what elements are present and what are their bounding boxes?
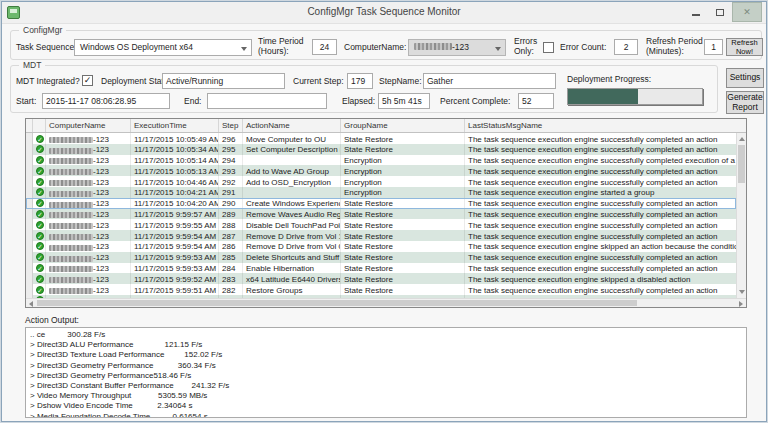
start-input[interactable]: 2015-11-17 08:06:28.95 (42, 93, 170, 109)
action-output-box[interactable]: .. ce 300.28 F/s> Direct3D ALU Performan… (25, 327, 747, 418)
table-row[interactable]: ✓-12311/17/2015 9:59:53 AM284Enable Hibe… (26, 263, 736, 274)
cell-status: ✓ (33, 165, 46, 176)
scroll-up-icon[interactable] (739, 137, 745, 141)
column-header-actionname[interactable]: ActionName (243, 119, 341, 132)
output-line: .. ce 300.28 F/s (30, 330, 742, 340)
cell-computername: -123 (46, 155, 131, 166)
table-row[interactable]: ✓-12311/17/2015 10:05:13 AM293Add to Wav… (26, 165, 736, 176)
cell-status: ✓ (33, 230, 46, 241)
minimize-button[interactable] (684, 2, 708, 22)
cell-actionname (243, 187, 341, 198)
cell-status: ✓ (33, 187, 46, 198)
refresh-now-button[interactable]: Refresh Now! (726, 38, 763, 56)
column-header-groupname[interactable]: GroupName (341, 119, 465, 132)
horizontal-scrollbar[interactable] (26, 298, 746, 307)
table-row[interactable]: ✓-12311/17/2015 10:04:46 AM292Add to OSD… (26, 176, 736, 187)
cell-executiontime: 11/17/2015 9:59:53 AM (131, 263, 219, 274)
elapsed-input[interactable]: 5h 5m 41s (378, 93, 430, 109)
cell-computername: -123 (46, 230, 131, 241)
cell-groupname: State Restore (341, 209, 465, 220)
table-row[interactable]: ✓-12311/17/2015 9:59:54 AM286Remove D Dr… (26, 241, 736, 252)
cell-groupname: State Restore (341, 252, 465, 263)
table-row[interactable]: ✓-12311/17/2015 10:04:21 AM291Encryption… (26, 187, 736, 198)
mdt-integrated-checkbox[interactable]: ✓ (82, 75, 93, 86)
table-row[interactable]: ✓-12311/17/2015 9:59:52 AM283x64 Latitud… (26, 273, 736, 284)
scroll-right-icon[interactable] (739, 301, 743, 307)
error-count-label: Error Count: (560, 42, 606, 52)
maximize-button[interactable] (708, 2, 732, 22)
row-header (26, 144, 33, 155)
cell-actionname: Remove D Drive from Vol 1 (243, 230, 341, 241)
action-output-label: Action Output: (25, 315, 79, 325)
cell-step: 288 (219, 219, 243, 230)
refresh-period-input[interactable]: 1 (704, 39, 723, 55)
settings-button[interactable]: Settings (726, 68, 764, 88)
row-header (26, 165, 33, 176)
success-check-icon: ✓ (36, 156, 44, 164)
current-step-input[interactable]: 179 (347, 73, 373, 89)
cell-step: 283 (219, 273, 243, 284)
cell-laststatusmsgname: The task sequence execution engine start… (465, 187, 736, 198)
errors-only-checkbox[interactable] (543, 42, 554, 53)
row-header (26, 273, 33, 284)
cell-actionname: Create Windows Experience Index (243, 198, 341, 209)
cell-computername: -123 (46, 165, 131, 176)
table-row[interactable]: ✓-12311/17/2015 9:59:53 AM285Delete Shor… (26, 252, 736, 263)
cell-step: 295 (219, 144, 243, 155)
scroll-left-icon[interactable] (29, 301, 33, 307)
cell-step: 294 (219, 155, 243, 166)
horizontal-scroll-thumb[interactable] (37, 300, 637, 306)
table-row[interactable]: ✓-12311/17/2015 10:04:20 AM290Create Win… (26, 198, 736, 209)
table-row[interactable]: ✓-12311/17/2015 10:05:49 AM296Move Compu… (26, 133, 736, 144)
redacted-computer-name (49, 191, 93, 197)
table-row[interactable]: ✓-12311/17/2015 10:05:34 AM295Set Comput… (26, 144, 736, 155)
task-sequence-combobox[interactable]: Windows OS Deployment x64 (74, 39, 252, 56)
success-check-icon: ✓ (36, 167, 44, 175)
vertical-scroll-thumb[interactable] (738, 145, 745, 183)
output-line: > Direct3D ALU Performance 121.15 F/s (30, 340, 742, 350)
redacted-computer-name (414, 43, 452, 50)
cell-actionname: Disable Dell TouchPad Pointing Stick (243, 219, 341, 230)
app-window: ConfigMgr Task Sequence Monitor ✕ Config… (1, 1, 767, 422)
column-header-laststatusmsgname[interactable]: LastStatusMsgName (465, 119, 746, 132)
time-period-input[interactable]: 24 (312, 39, 337, 55)
computer-name-combobox[interactable]: -123 (408, 39, 506, 56)
title-bar[interactable]: ConfigMgr Task Sequence Monitor ✕ (2, 2, 766, 24)
error-count-input[interactable]: 2 (614, 39, 638, 55)
cell-executiontime: 11/17/2015 9:59:54 AM (131, 241, 219, 252)
cell-status: ✓ (33, 252, 46, 263)
column-header-step[interactable]: Step (219, 119, 243, 132)
generate-report-button[interactable]: Generate Report (726, 91, 764, 114)
table-row[interactable]: ✓-12311/17/2015 10:05:14 AM294Encryption… (26, 155, 736, 166)
vertical-scrollbar[interactable] (736, 133, 746, 298)
scroll-down-icon[interactable] (739, 290, 745, 294)
cell-actionname: Delete Shortcuts and Stuff (243, 252, 341, 263)
row-header (26, 176, 33, 187)
table-row[interactable]: ✓-12311/17/2015 9:59:55 AM288Disable Del… (26, 219, 736, 230)
cell-groupname: State Restore (341, 263, 465, 274)
table-row[interactable]: ✓-12311/17/2015 9:59:57 AM289Remove Wave… (26, 209, 736, 220)
cell-groupname: State Restore (341, 144, 465, 155)
column-header-computername[interactable]: ComputerName (46, 119, 131, 132)
table-row[interactable]: ✓-12311/17/2015 9:59:54 AM287Remove D Dr… (26, 230, 736, 241)
cell-status: ✓ (33, 209, 46, 220)
cell-groupname: State Restore (341, 198, 465, 209)
end-input[interactable] (207, 93, 327, 109)
start-label: Start: (16, 96, 36, 106)
success-check-icon: ✓ (36, 135, 44, 143)
table-row[interactable]: ✓-12311/17/2015 9:59:51 AM282Restore Gro… (26, 284, 736, 295)
deployment-status-input[interactable]: Active/Running (162, 73, 285, 89)
cell-step: 296 (219, 133, 243, 144)
cell-step: 287 (219, 230, 243, 241)
cell-groupname: State Restore (341, 133, 465, 144)
cell-laststatusmsgname: The task sequence execution engine succe… (465, 263, 736, 274)
percent-complete-input[interactable]: 52 (518, 93, 554, 109)
cell-laststatusmsgname: The task sequence execution engine succe… (465, 133, 736, 144)
step-name-input[interactable]: Gather (423, 73, 556, 89)
grid-rows: ✓-12311/17/2015 10:05:49 AM296Move Compu… (26, 133, 736, 298)
task-sequence-grid: ComputerName ExecutionTime Step ActionNa… (25, 118, 747, 308)
minimize-icon (692, 14, 700, 16)
cell-status: ✓ (33, 144, 46, 155)
column-header-executiontime[interactable]: ExecutionTime (131, 119, 219, 132)
close-button[interactable]: ✕ (732, 2, 762, 22)
